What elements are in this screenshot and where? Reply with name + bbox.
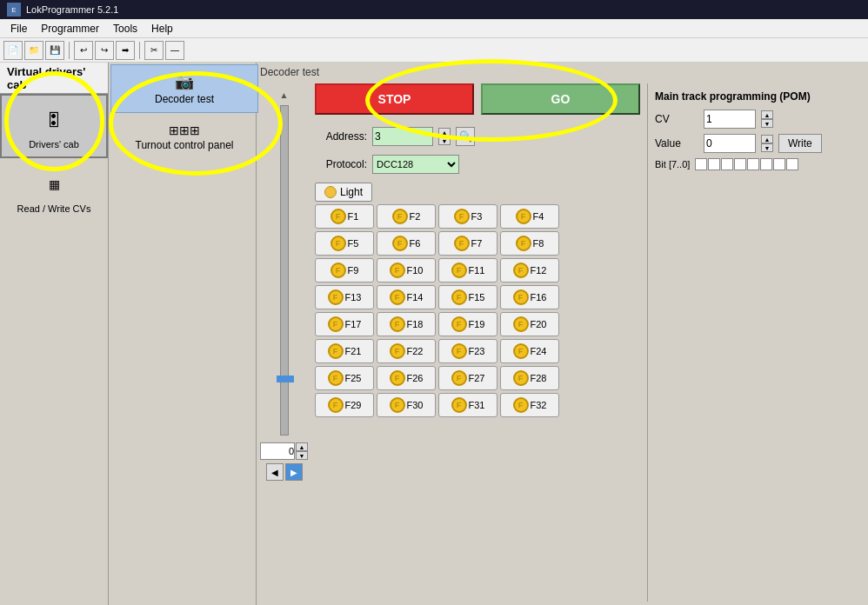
address-spin-down[interactable]: ▼ (438, 136, 451, 145)
func-btn-f13[interactable]: FF13 (315, 285, 374, 309)
func-icon-f16: F (513, 289, 529, 305)
speed-slider-thumb[interactable] (277, 376, 294, 382)
func-btn-f19[interactable]: FF19 (438, 312, 497, 336)
light-button[interactable]: Light (315, 183, 372, 202)
toolbar-redo[interactable]: ↪ (95, 41, 114, 60)
func-btn-f5[interactable]: FF5 (315, 231, 374, 256)
func-icon-f13: F (328, 289, 344, 305)
func-btn-f6[interactable]: FF6 (377, 231, 436, 256)
bit-3[interactable] (747, 158, 759, 170)
func-icon-f30: F (390, 397, 405, 413)
func-btn-f32[interactable]: FF32 (500, 393, 559, 417)
func-btn-f1[interactable]: FF1 (315, 204, 374, 229)
pom-cv-spin-down[interactable]: ▼ (761, 119, 773, 128)
func-btn-f9[interactable]: FF9 (315, 258, 374, 283)
slider-nav-fwd[interactable]: ▶ (285, 463, 303, 481)
func-icon-f6: F (392, 236, 408, 251)
bit-0[interactable] (786, 158, 798, 170)
nav-item-decoder-test[interactable]: 📷 Decoder test (110, 64, 258, 113)
func-btn-f24[interactable]: FF24 (500, 339, 559, 363)
func-btn-f18[interactable]: FF18 (377, 312, 436, 336)
pom-value-row: Value ▲ ▼ Write (655, 134, 858, 153)
func-btn-f8[interactable]: FF8 (500, 231, 559, 256)
func-btn-f16[interactable]: FF16 (500, 285, 559, 309)
pom-value-input[interactable] (704, 134, 756, 153)
func-btn-f14[interactable]: FF14 (377, 285, 436, 309)
toolbar-forward[interactable]: ➡ (116, 41, 135, 60)
decoder-test-nav-label: Decoder test (155, 93, 214, 105)
stop-button[interactable]: STOP (315, 83, 474, 115)
func-btn-f2[interactable]: FF2 (377, 204, 436, 229)
decoder-test-nav-inner: 📷 Decoder test (122, 72, 247, 105)
func-btn-f17[interactable]: FF17 (315, 312, 374, 336)
func-btn-f26[interactable]: FF26 (377, 366, 436, 390)
func-icon-f27: F (451, 370, 467, 386)
menu-programmer[interactable]: Programmer (34, 21, 106, 37)
func-btn-f3[interactable]: FF3 (438, 204, 497, 229)
func-btn-f31[interactable]: FF31 (438, 393, 497, 417)
decoder-test-inner: ▲ 0 ▲ ▼ ◀ ▶ (260, 83, 865, 602)
bit-2[interactable] (760, 158, 772, 170)
bit-1[interactable] (773, 158, 785, 170)
pom-value-spin: ▲ ▼ (761, 135, 773, 152)
pom-write-button[interactable]: Write (778, 134, 822, 153)
func-icon-f18: F (390, 316, 405, 332)
bit-4[interactable] (734, 158, 746, 170)
address-label: Address: (315, 130, 367, 143)
toolbar-new[interactable]: 📄 (3, 41, 23, 60)
menu-help[interactable]: Help (144, 21, 180, 37)
pom-cv-spin-up[interactable]: ▲ (761, 110, 773, 119)
func-btn-f21[interactable]: FF21 (315, 339, 374, 363)
func-btn-f22[interactable]: FF22 (377, 339, 436, 363)
func-btn-f4[interactable]: FF4 (500, 204, 559, 229)
light-bulb-icon (324, 186, 337, 198)
protocol-select[interactable]: DCC128 DCC28 DCC14 MM MFX (372, 155, 459, 174)
func-btn-f7[interactable]: FF7 (438, 231, 497, 256)
func-btn-f10[interactable]: FF10 (377, 258, 436, 283)
toolbar-save[interactable]: 💾 (45, 41, 64, 60)
slider-spin-down[interactable]: ▼ (296, 451, 308, 460)
func-btn-f12[interactable]: FF12 (500, 258, 559, 283)
pom-cv-input[interactable] (704, 110, 756, 129)
nav-item-turnout[interactable]: ⊞⊞⊞ Turnout control panel (110, 116, 258, 158)
title-bar: E LokProgrammer 5.2.1 (0, 0, 868, 19)
toolbar-undo[interactable]: ↩ (74, 41, 93, 60)
func-btn-f20[interactable]: FF20 (500, 312, 559, 336)
pom-cv-label: CV (655, 113, 698, 125)
func-row-5: FF17 FF18 FF19 FF20 (315, 312, 640, 336)
slider-value-input[interactable]: 0 (260, 442, 295, 460)
address-search-button[interactable]: 🔍 (456, 127, 475, 146)
toolbar-cut[interactable]: ✂ (144, 41, 164, 60)
decoder-test-title: Decoder test (260, 66, 865, 78)
func-row-1: FF1 FF2 FF3 FF4 (315, 204, 640, 229)
toolbar-extra[interactable]: — (165, 41, 184, 60)
go-button[interactable]: GO (481, 83, 640, 115)
bit-7[interactable] (695, 158, 707, 170)
toolbar-open[interactable]: 📁 (24, 41, 43, 60)
func-btn-f23[interactable]: FF23 (438, 339, 497, 363)
func-btn-f11[interactable]: FF11 (438, 258, 497, 283)
sidebar-item-drivers-cab[interactable]: 🎛 Drivers' cab (0, 94, 108, 158)
func-btn-f15[interactable]: FF15 (438, 285, 497, 309)
func-btn-f29[interactable]: FF29 (315, 393, 374, 417)
func-btn-f25[interactable]: FF25 (315, 366, 374, 390)
func-btn-f27[interactable]: FF27 (438, 366, 497, 390)
func-btn-f28[interactable]: FF28 (500, 366, 559, 390)
pom-value-spin-down[interactable]: ▼ (761, 143, 773, 152)
bit-6[interactable] (708, 158, 720, 170)
menu-tools[interactable]: Tools (106, 21, 144, 37)
func-btn-f30[interactable]: FF30 (377, 393, 436, 417)
address-input[interactable] (372, 127, 433, 146)
speed-slider-track[interactable] (280, 105, 289, 435)
toolbar-sep-2 (139, 42, 140, 59)
sidebar-item-read-write[interactable]: ▦ Read / Write CVs (0, 158, 108, 223)
menu-file[interactable]: File (3, 21, 34, 37)
slider-nav-back[interactable]: ◀ (266, 463, 284, 481)
slider-spin-up[interactable]: ▲ (296, 442, 308, 451)
bit-display (695, 158, 798, 170)
func-row-7: FF25 FF26 FF27 FF28 (315, 366, 640, 390)
address-spin-up[interactable]: ▲ (438, 128, 451, 136)
func-icon-f29: F (328, 397, 344, 413)
bit-5[interactable] (721, 158, 733, 170)
pom-value-spin-up[interactable]: ▲ (761, 135, 773, 143)
